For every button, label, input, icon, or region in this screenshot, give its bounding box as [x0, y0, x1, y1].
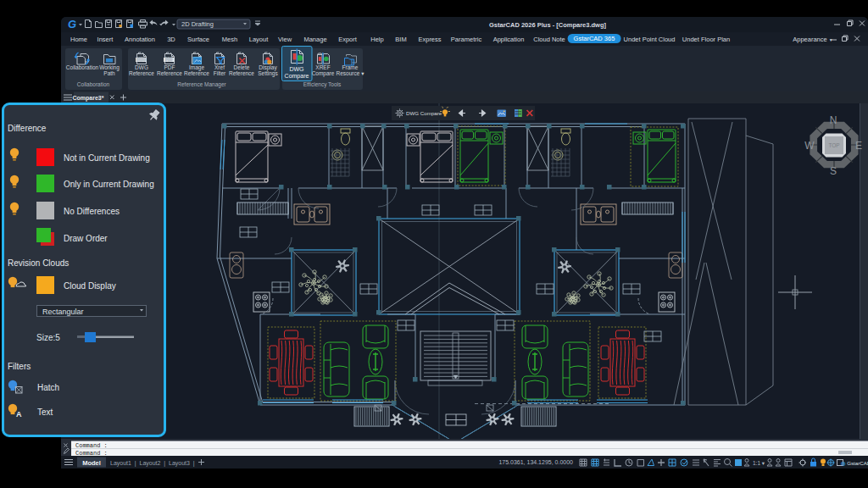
svg-text:PDF: PDF: [164, 64, 175, 70]
svg-text:Difference: Difference: [8, 124, 47, 133]
svg-text:175.0361, 134.1295, 0.0000: 175.0361, 134.1295, 0.0000: [498, 459, 573, 465]
svg-text:TOP: TOP: [828, 142, 839, 148]
svg-text:PDF: PDF: [165, 58, 173, 62]
svg-text:Path: Path: [103, 70, 115, 76]
svg-text:Revision Clouds: Revision Clouds: [8, 258, 69, 268]
svg-text:DWG: DWG: [135, 64, 148, 70]
svg-text:1:1 ▾: 1:1 ▾: [753, 460, 765, 466]
svg-text:Command :: Command :: [75, 442, 108, 449]
svg-text:Resource ▾: Resource ▾: [337, 70, 365, 76]
svg-text:Delete: Delete: [234, 64, 250, 70]
svg-text:Text: Text: [37, 408, 53, 417]
svg-text:Model: Model: [82, 459, 101, 467]
svg-text:DWG Compare: DWG Compare: [406, 110, 442, 116]
svg-text:No Differences: No Differences: [64, 207, 120, 216]
svg-text:XREF: XREF: [315, 64, 330, 70]
svg-text:S: S: [830, 165, 837, 177]
svg-text:Rectangular: Rectangular: [42, 308, 84, 316]
svg-text:Reference: Reference: [229, 70, 254, 76]
svg-text:Frame: Frame: [342, 64, 359, 70]
svg-text:Xref: Xref: [214, 64, 225, 70]
svg-text:Compare: Compare: [312, 70, 335, 77]
svg-text:E: E: [855, 140, 862, 152]
svg-text:Compare3*: Compare3*: [73, 95, 104, 102]
svg-text:Filter: Filter: [214, 70, 226, 76]
svg-text:Compare: Compare: [285, 73, 309, 80]
svg-text:DWG: DWG: [136, 58, 146, 62]
svg-text:Layout1 | Layout2 | Layout: Layout1 | Layout2 | Layout3 |: [110, 460, 195, 467]
svg-text:Reference: Reference: [184, 70, 209, 76]
svg-text:Command :: Command :: [75, 450, 108, 456]
svg-text:Size:5: Size:5: [36, 333, 60, 342]
svg-text:Reference: Reference: [129, 70, 154, 76]
svg-text:Draw Order: Draw Order: [64, 234, 108, 243]
svg-text:2D Drafting: 2D Drafting: [181, 20, 214, 28]
svg-text:G: G: [68, 18, 76, 30]
svg-text:A: A: [16, 410, 22, 419]
svg-text:Cloud Display: Cloud Display: [64, 281, 116, 291]
svg-text:Only in Current Drawing: Only in Current Drawing: [64, 180, 154, 189]
svg-text:◎ GstarCAD: ◎ GstarCAD: [841, 460, 868, 466]
svg-text:Not in Current Drawing: Not in Current Drawing: [64, 153, 150, 163]
svg-text:Collaboration: Collaboration: [77, 81, 110, 87]
svg-text:GstarCAD 2026 Plus - [Compare3: GstarCAD 2026 Plus - [Compare3.dwg]: [489, 21, 606, 29]
svg-text:Collaboration: Collaboration: [66, 64, 99, 70]
svg-text:Efficiency Tools: Efficiency Tools: [303, 81, 342, 88]
svg-text:Reference: Reference: [157, 70, 182, 76]
svg-text:Settings: Settings: [258, 70, 278, 77]
svg-text:N: N: [830, 114, 837, 126]
svg-text:Filters: Filters: [8, 362, 31, 371]
svg-text:DWG: DWG: [289, 66, 303, 72]
svg-text:W: W: [804, 140, 815, 152]
svg-text:Reference Manager: Reference Manager: [177, 81, 226, 88]
svg-text:Hatch: Hatch: [37, 383, 59, 392]
